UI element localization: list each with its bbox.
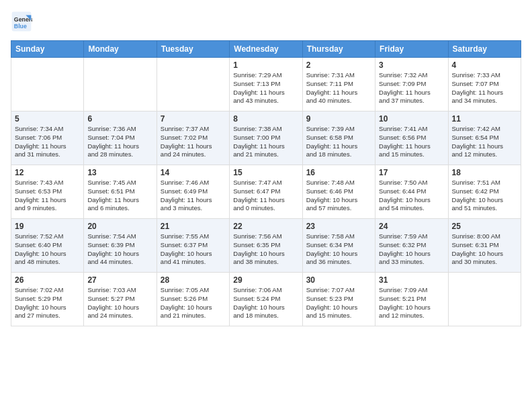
calendar-cell: 26Sunrise: 7:02 AM Sunset: 5:29 PM Dayli… bbox=[11, 273, 84, 326]
day-number: 10 bbox=[379, 114, 444, 124]
day-number: 14 bbox=[161, 168, 226, 177]
day-info: Sunrise: 7:50 AM Sunset: 6:44 PM Dayligh… bbox=[379, 179, 444, 213]
calendar-cell: 14Sunrise: 7:46 AM Sunset: 6:49 PM Dayli… bbox=[157, 165, 229, 219]
page-header: General Blue bbox=[11, 11, 521, 32]
calendar-cell: 25Sunrise: 8:00 AM Sunset: 6:31 PM Dayli… bbox=[448, 219, 521, 273]
day-info: Sunrise: 7:34 AM Sunset: 7:06 PM Dayligh… bbox=[15, 125, 80, 159]
day-number: 8 bbox=[233, 114, 298, 124]
day-number: 23 bbox=[306, 222, 371, 231]
calendar-cell: 11Sunrise: 7:42 AM Sunset: 6:54 PM Dayli… bbox=[448, 111, 521, 165]
calendar-cell: 12Sunrise: 7:43 AM Sunset: 6:53 PM Dayli… bbox=[11, 165, 84, 219]
calendar-cell bbox=[84, 58, 157, 111]
day-number: 12 bbox=[15, 168, 80, 177]
day-info: Sunrise: 8:00 AM Sunset: 6:31 PM Dayligh… bbox=[452, 232, 517, 267]
calendar-cell: 8Sunrise: 7:38 AM Sunset: 7:00 PM Daylig… bbox=[230, 111, 302, 165]
calendar-cell: 10Sunrise: 7:41 AM Sunset: 6:56 PM Dayli… bbox=[375, 111, 448, 165]
calendar-week-row: 12Sunrise: 7:43 AM Sunset: 6:53 PM Dayli… bbox=[11, 165, 521, 219]
calendar-cell: 29Sunrise: 7:06 AM Sunset: 5:24 PM Dayli… bbox=[230, 273, 302, 326]
day-info: Sunrise: 7:38 AM Sunset: 7:00 PM Dayligh… bbox=[233, 125, 298, 159]
day-number: 16 bbox=[306, 168, 371, 177]
day-number: 1 bbox=[233, 60, 298, 70]
calendar-week-row: 5Sunrise: 7:34 AM Sunset: 7:06 PM Daylig… bbox=[11, 111, 521, 165]
day-info: Sunrise: 7:31 AM Sunset: 7:11 PM Dayligh… bbox=[306, 71, 371, 105]
day-number: 19 bbox=[15, 222, 80, 231]
logo: General Blue bbox=[11, 11, 34, 32]
day-number: 24 bbox=[379, 222, 444, 231]
day-info: Sunrise: 7:56 AM Sunset: 6:35 PM Dayligh… bbox=[233, 232, 298, 267]
calendar-week-row: 26Sunrise: 7:02 AM Sunset: 5:29 PM Dayli… bbox=[11, 273, 521, 326]
calendar-header-row: SundayMondayTuesdayWednesdayThursdayFrid… bbox=[11, 41, 521, 58]
day-number: 7 bbox=[161, 114, 226, 124]
calendar-cell: 1Sunrise: 7:29 AM Sunset: 7:13 PM Daylig… bbox=[230, 58, 302, 111]
calendar-cell: 19Sunrise: 7:52 AM Sunset: 6:40 PM Dayli… bbox=[11, 219, 84, 273]
day-info: Sunrise: 7:43 AM Sunset: 6:53 PM Dayligh… bbox=[15, 179, 80, 213]
day-info: Sunrise: 7:46 AM Sunset: 6:49 PM Dayligh… bbox=[161, 179, 226, 213]
day-number: 29 bbox=[233, 275, 298, 285]
calendar-cell: 18Sunrise: 7:51 AM Sunset: 6:42 PM Dayli… bbox=[448, 165, 521, 219]
day-of-week-header: Friday bbox=[375, 41, 448, 58]
day-number: 30 bbox=[306, 275, 371, 285]
day-info: Sunrise: 7:05 AM Sunset: 5:26 PM Dayligh… bbox=[161, 286, 226, 320]
day-info: Sunrise: 7:03 AM Sunset: 5:27 PM Dayligh… bbox=[87, 286, 152, 320]
calendar-cell: 27Sunrise: 7:03 AM Sunset: 5:27 PM Dayli… bbox=[84, 273, 157, 326]
day-info: Sunrise: 7:51 AM Sunset: 6:42 PM Dayligh… bbox=[452, 179, 517, 213]
day-number: 17 bbox=[379, 168, 444, 177]
day-number: 20 bbox=[87, 222, 152, 231]
calendar-cell: 5Sunrise: 7:34 AM Sunset: 7:06 PM Daylig… bbox=[11, 111, 84, 165]
svg-text:Blue: Blue bbox=[14, 23, 27, 30]
calendar-cell: 20Sunrise: 7:54 AM Sunset: 6:39 PM Dayli… bbox=[84, 219, 157, 273]
day-number: 2 bbox=[306, 60, 371, 70]
day-info: Sunrise: 7:58 AM Sunset: 6:34 PM Dayligh… bbox=[306, 232, 371, 267]
calendar-week-row: 1Sunrise: 7:29 AM Sunset: 7:13 PM Daylig… bbox=[11, 58, 521, 111]
day-info: Sunrise: 7:37 AM Sunset: 7:02 PM Dayligh… bbox=[161, 125, 226, 159]
calendar-cell: 17Sunrise: 7:50 AM Sunset: 6:44 PM Dayli… bbox=[375, 165, 448, 219]
day-info: Sunrise: 7:07 AM Sunset: 5:23 PM Dayligh… bbox=[306, 286, 371, 320]
day-number: 13 bbox=[87, 168, 152, 177]
calendar-cell bbox=[11, 58, 84, 111]
day-number: 5 bbox=[15, 114, 80, 124]
logo-icon: General Blue bbox=[11, 11, 32, 32]
calendar-cell: 22Sunrise: 7:56 AM Sunset: 6:35 PM Dayli… bbox=[230, 219, 302, 273]
day-info: Sunrise: 7:55 AM Sunset: 6:37 PM Dayligh… bbox=[161, 232, 226, 267]
day-number: 3 bbox=[379, 60, 444, 70]
calendar-cell: 16Sunrise: 7:48 AM Sunset: 6:46 PM Dayli… bbox=[302, 165, 375, 219]
calendar-cell: 23Sunrise: 7:58 AM Sunset: 6:34 PM Dayli… bbox=[302, 219, 375, 273]
day-info: Sunrise: 7:32 AM Sunset: 7:09 PM Dayligh… bbox=[379, 71, 444, 105]
day-number: 6 bbox=[87, 114, 152, 124]
day-number: 25 bbox=[452, 222, 517, 231]
day-number: 26 bbox=[15, 275, 80, 285]
day-number: 21 bbox=[161, 222, 226, 231]
day-info: Sunrise: 7:39 AM Sunset: 6:58 PM Dayligh… bbox=[306, 125, 371, 159]
day-number: 28 bbox=[161, 275, 226, 285]
day-info: Sunrise: 7:06 AM Sunset: 5:24 PM Dayligh… bbox=[233, 286, 298, 320]
day-of-week-header: Monday bbox=[84, 41, 157, 58]
day-number: 22 bbox=[233, 222, 298, 231]
day-info: Sunrise: 7:47 AM Sunset: 6:47 PM Dayligh… bbox=[233, 179, 298, 213]
calendar-cell: 24Sunrise: 7:59 AM Sunset: 6:32 PM Dayli… bbox=[375, 219, 448, 273]
day-number: 31 bbox=[379, 275, 444, 285]
day-of-week-header: Saturday bbox=[448, 41, 521, 58]
day-info: Sunrise: 7:41 AM Sunset: 6:56 PM Dayligh… bbox=[379, 125, 444, 159]
day-number: 11 bbox=[452, 114, 517, 124]
day-info: Sunrise: 7:45 AM Sunset: 6:51 PM Dayligh… bbox=[87, 179, 152, 213]
calendar-cell: 2Sunrise: 7:31 AM Sunset: 7:11 PM Daylig… bbox=[302, 58, 375, 111]
calendar-week-row: 19Sunrise: 7:52 AM Sunset: 6:40 PM Dayli… bbox=[11, 219, 521, 273]
calendar-cell: 30Sunrise: 7:07 AM Sunset: 5:23 PM Dayli… bbox=[302, 273, 375, 326]
day-info: Sunrise: 7:29 AM Sunset: 7:13 PM Dayligh… bbox=[233, 71, 298, 105]
day-info: Sunrise: 7:02 AM Sunset: 5:29 PM Dayligh… bbox=[15, 286, 80, 320]
calendar-cell: 6Sunrise: 7:36 AM Sunset: 7:04 PM Daylig… bbox=[84, 111, 157, 165]
day-of-week-header: Sunday bbox=[11, 41, 84, 58]
day-number: 9 bbox=[306, 114, 371, 124]
calendar-cell: 28Sunrise: 7:05 AM Sunset: 5:26 PM Dayli… bbox=[157, 273, 229, 326]
day-info: Sunrise: 7:42 AM Sunset: 6:54 PM Dayligh… bbox=[452, 125, 517, 159]
calendar-cell: 9Sunrise: 7:39 AM Sunset: 6:58 PM Daylig… bbox=[302, 111, 375, 165]
calendar-cell bbox=[157, 58, 229, 111]
day-number: 4 bbox=[452, 60, 517, 70]
day-of-week-header: Tuesday bbox=[157, 41, 229, 58]
day-info: Sunrise: 7:59 AM Sunset: 6:32 PM Dayligh… bbox=[379, 232, 444, 267]
calendar-cell: 21Sunrise: 7:55 AM Sunset: 6:37 PM Dayli… bbox=[157, 219, 229, 273]
day-number: 15 bbox=[233, 168, 298, 177]
day-info: Sunrise: 7:09 AM Sunset: 5:21 PM Dayligh… bbox=[379, 286, 444, 320]
calendar-cell: 13Sunrise: 7:45 AM Sunset: 6:51 PM Dayli… bbox=[84, 165, 157, 219]
calendar-cell: 4Sunrise: 7:33 AM Sunset: 7:07 PM Daylig… bbox=[448, 58, 521, 111]
